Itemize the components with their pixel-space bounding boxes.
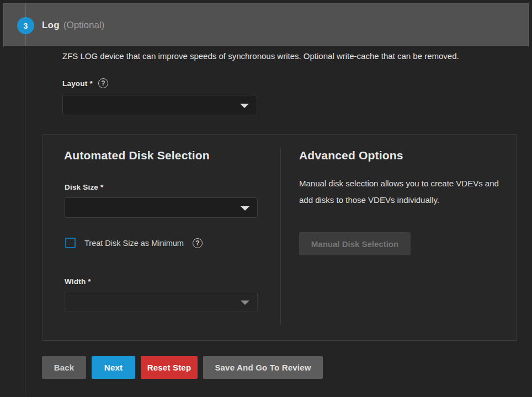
step-title: Log xyxy=(42,20,60,31)
treat-disk-size-minimum-checkbox[interactable] xyxy=(65,238,76,248)
step-description: ZFS LOG device that can improve speeds o… xyxy=(62,51,515,61)
step-number: 3 xyxy=(24,22,28,30)
back-button[interactable]: Back xyxy=(42,356,86,379)
disk-size-label: Disk Size * xyxy=(65,183,104,191)
layout-select[interactable] xyxy=(62,95,257,115)
width-select[interactable] xyxy=(65,292,258,312)
disk-size-select[interactable] xyxy=(65,197,258,218)
wizard-step-log-panel: 3 Log (Optional) ZFS LOG device that can… xyxy=(0,0,532,397)
step-subtitle: (Optional) xyxy=(63,20,105,31)
reset-step-button[interactable]: Reset Step xyxy=(141,356,198,379)
save-and-go-to-review-button[interactable]: Save And Go To Review xyxy=(203,356,323,379)
help-icon[interactable]: ? xyxy=(193,238,203,248)
treat-disk-size-minimum-row: Treat Disk Size as Minimum ? xyxy=(65,238,203,248)
width-label-row: Width * xyxy=(65,277,91,286)
width-label: Width * xyxy=(65,277,91,286)
chevron-down-icon xyxy=(240,104,249,108)
step-header: 3 Log (Optional) xyxy=(3,3,529,47)
advanced-options-title: Advanced Options xyxy=(299,149,403,162)
column-divider xyxy=(280,148,281,325)
next-button[interactable]: Next xyxy=(92,356,135,379)
layout-field-label-row: Layout * ? xyxy=(62,78,108,88)
disk-selection-card: Automated Disk Selection Disk Size * Tre… xyxy=(42,134,517,341)
treat-disk-size-minimum-label: Treat Disk Size as Minimum xyxy=(84,239,184,248)
help-icon[interactable]: ? xyxy=(98,78,108,88)
step-number-badge: 3 xyxy=(17,17,34,34)
step-title-row: Log (Optional) xyxy=(42,4,104,46)
advanced-options-description: Manual disk selection allows you to crea… xyxy=(299,175,508,208)
manual-disk-selection-button[interactable]: Manual Disk Selection xyxy=(299,232,411,255)
chevron-down-icon xyxy=(241,206,249,211)
layout-label: Layout * xyxy=(62,79,93,88)
chevron-down-icon xyxy=(241,301,249,305)
stepper-connector-line xyxy=(25,0,25,397)
automated-disk-selection-title: Automated Disk Selection xyxy=(64,149,210,162)
disk-size-label-row: Disk Size * xyxy=(65,183,104,191)
